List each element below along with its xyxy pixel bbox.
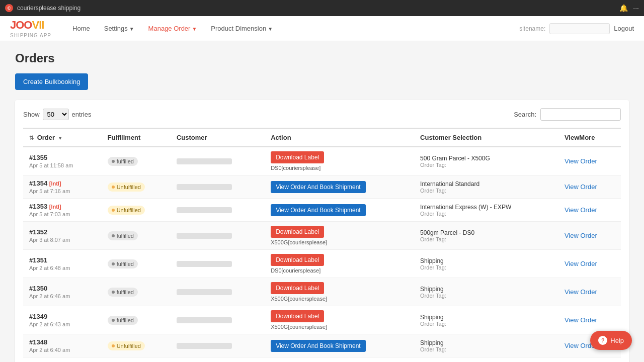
help-button[interactable]: ? Help: [590, 331, 632, 350]
customer-placeholder: [177, 233, 232, 239]
action-sub: DS0[couriersplease]: [271, 165, 408, 171]
th-fulfillment: Fulfillment: [102, 128, 171, 147]
title-bar: C couriersplease shipping 🔔 ···: [0, 0, 644, 16]
th-customer: Customer: [171, 128, 265, 147]
shipping-app-label: SHIPPING APP: [10, 33, 51, 38]
fulfilled-badge: fulfilled: [108, 316, 138, 325]
fulfillment-cell: Unfulfilled: [102, 357, 171, 363]
action-cell: View Order And Book Shipment: [265, 175, 414, 199]
download-label-button[interactable]: Download Label: [271, 226, 324, 238]
customer-cell: [171, 199, 265, 222]
view-order-link[interactable]: View Order: [565, 183, 597, 191]
sitename-label: sitename:: [519, 25, 545, 32]
customer-cell: [171, 306, 265, 334]
order-id: #1351: [29, 256, 96, 264]
view-order-link[interactable]: View Order: [565, 206, 597, 214]
fulfilled-badge: fulfilled: [108, 288, 138, 297]
bell-icon[interactable]: 🔔: [619, 4, 628, 12]
view-order-link[interactable]: View Order: [565, 157, 597, 165]
cs-sub: Order Tag:: [420, 236, 552, 242]
action-cell: Download LabelX500G[couriersplease]: [265, 222, 414, 250]
fulfillment-cell: Unfulfilled: [102, 199, 171, 222]
badge-dot: [112, 209, 115, 212]
unfulfilled-badge: Unfulfilled: [108, 183, 145, 192]
nav-item-settings[interactable]: Settings▼: [98, 21, 140, 36]
nav-item-home[interactable]: Home: [66, 21, 96, 36]
view-order-book-shipment-button[interactable]: View Order And Book Shipment: [271, 181, 366, 193]
cs-main: 500gm Parcel - DS0: [420, 229, 552, 236]
table-row: #1351Apr 2 at 6:48 amfulfilledDownload L…: [23, 250, 621, 278]
fulfillment-cell: fulfilled: [102, 306, 171, 334]
orders-tbody: #1355Apr 5 at 11:58 amfulfilledDownload …: [23, 147, 621, 362]
table-row: #1349Apr 2 at 6:43 amfulfilledDownload L…: [23, 306, 621, 334]
download-label-button[interactable]: Download Label: [271, 282, 324, 294]
download-label-button[interactable]: Download Label: [271, 310, 324, 322]
th-order[interactable]: ⇅ Order ▼: [23, 128, 102, 147]
customer-selection-cell: ShippingOrder Tag:: [414, 306, 558, 334]
th-customer-selection: Customer Selection: [414, 128, 558, 147]
badge-dot: [112, 291, 115, 294]
help-icon: ?: [598, 336, 607, 345]
customer-selection-cell: 500 Gram Parcel - X500GOrder Tag:: [414, 147, 558, 175]
download-label-button[interactable]: Download Label: [271, 151, 324, 163]
order-cell: #1353 [Intl]Apr 5 at 7:03 am: [23, 199, 102, 222]
action-sub: DS0[couriersplease]: [271, 267, 408, 274]
customer-placeholder: [177, 343, 232, 349]
cs-main: 500 Gram Parcel - X500G: [420, 155, 552, 162]
download-label-button[interactable]: Download Label: [271, 254, 324, 266]
cs-sub: Order Tag:: [420, 188, 552, 194]
create-bulkbooking-button[interactable]: Create Bulkbooking: [15, 73, 88, 90]
sort-icon: ⇅: [29, 135, 34, 141]
customer-placeholder: [177, 261, 232, 267]
view-order-link[interactable]: View Order: [565, 232, 597, 239]
sitename-input[interactable]: [549, 23, 610, 34]
order-id: #1353 [Intl]: [29, 203, 96, 210]
nav-item-product-dimension[interactable]: Product Dimension▼: [205, 21, 279, 36]
fulfillment-cell: Unfulfilled: [102, 175, 171, 199]
table-row: #1355Apr 5 at 11:58 amfulfilledDownload …: [23, 147, 621, 175]
entries-select[interactable]: 50 25 100: [43, 109, 69, 120]
action-cell: Download LabelX500G[couriersplease]: [265, 306, 414, 334]
order-date: Apr 2 at 6:48 am: [29, 265, 96, 271]
view-order-link[interactable]: View Order: [565, 316, 597, 324]
badge-dot: [112, 262, 115, 265]
logout-button[interactable]: Logout: [614, 25, 634, 32]
cs-sub: Order Tag:: [420, 211, 552, 217]
filter-icon: ▼: [58, 135, 63, 141]
settings-dropdown-arrow: ▼: [129, 26, 134, 32]
order-cell: #1349Apr 2 at 6:43 am: [23, 306, 102, 334]
orders-table-container: Show 50 25 100 entries Search: ⇅ Order: [15, 100, 629, 362]
view-order-link[interactable]: View Order: [565, 288, 597, 296]
th-view-more: ViewMore: [558, 128, 621, 147]
table-row: #1350Apr 2 at 6:46 amfulfilledDownload L…: [23, 278, 621, 306]
nav-item-manage-order[interactable]: Manage Order▼: [142, 21, 203, 36]
cs-main: Shipping: [420, 339, 552, 346]
more-icon[interactable]: ···: [633, 4, 639, 12]
title-bar-actions: 🔔 ···: [619, 4, 639, 12]
th-action: Action: [265, 128, 414, 147]
search-input[interactable]: [540, 108, 621, 121]
customer-cell: [171, 278, 265, 306]
view-order-book-shipment-button[interactable]: View Order And Book Shipment: [271, 340, 366, 352]
main-content: Orders Create Bulkbooking Show 50 25 100…: [0, 41, 644, 362]
cs-main: Shipping: [420, 314, 552, 321]
action-cell: Download LabelX500G[couriersplease]: [265, 278, 414, 306]
order-cell: #1354 [Intl]Apr 5 at 7:16 am: [23, 175, 102, 199]
view-order-link[interactable]: View Order: [565, 260, 597, 267]
customer-placeholder: [177, 184, 232, 190]
customer-placeholder: [177, 289, 232, 295]
order-date: Apr 5 at 7:16 am: [29, 188, 96, 194]
action-sub: X500G[couriersplease]: [271, 296, 408, 302]
cs-main: International Standard: [420, 180, 552, 188]
fulfillment-cell: fulfilled: [102, 222, 171, 250]
table-header-row: ⇅ Order ▼ Fulfillment Customer Action Cu…: [23, 128, 621, 147]
order-cell: #1347Apr 2 at 6:36 am: [23, 357, 102, 363]
customer-cell: [171, 222, 265, 250]
customer-cell: [171, 357, 265, 363]
navbar: JOOVII SHIPPING APP Home Settings▼ Manag…: [0, 16, 644, 41]
manage-order-dropdown-arrow: ▼: [192, 26, 197, 32]
fulfillment-cell: fulfilled: [102, 278, 171, 306]
action-sub: X500G[couriersplease]: [271, 324, 408, 330]
view-order-book-shipment-button[interactable]: View Order And Book Shipment: [271, 204, 366, 216]
order-cell: #1348Apr 2 at 6:40 am: [23, 334, 102, 357]
